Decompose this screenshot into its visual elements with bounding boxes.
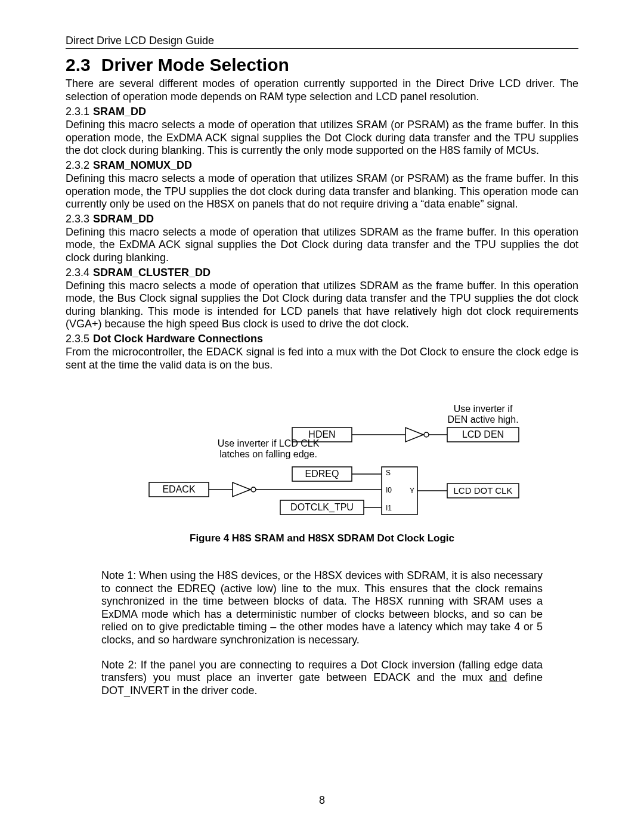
subsection-heading: 2.3.5Dot Clock Hardware Connections: [66, 333, 578, 345]
subsection-number: 2.3.5: [66, 333, 89, 345]
header-rule: [66, 48, 578, 49]
inverter-icon: [405, 428, 423, 442]
subsection-heading: 2.3.2SRAM_NOMUX_DD: [66, 159, 578, 172]
subsection-title: SRAM_DD: [93, 106, 146, 117]
hden-label: HDEN: [308, 429, 335, 439]
subsection-body: Defining this macro selects a mode of op…: [66, 226, 578, 265]
subsection-number: 2.3.3: [66, 213, 89, 225]
subsection-body: From the microcontroller, the EDACK sign…: [66, 346, 578, 371]
edreq-label: EDREQ: [305, 469, 339, 479]
subsection-heading: 2.3.1SRAM_DD: [66, 106, 578, 118]
dot-clock-diagram: Use inverter if DEN active high. Use inv…: [113, 400, 531, 525]
mux-s-label: S: [386, 469, 391, 477]
subsection-body: Defining this macro selects a mode of op…: [66, 119, 578, 157]
document-page: Direct Drive LCD Design Guide 2.3Driver …: [0, 0, 644, 833]
subsection-body: Defining this macro selects a mode of op…: [66, 172, 578, 211]
svg-point-1: [424, 432, 429, 437]
svg-point-4: [251, 487, 256, 492]
section-intro: There are several different modes of ope…: [66, 78, 578, 103]
subsection-body: Defining this macro selects a mode of op…: [66, 280, 578, 331]
subsection-heading: 2.3.4SDRAM_CLUSTER_DD: [66, 267, 578, 279]
annot-den-line1: Use inverter if: [454, 404, 513, 414]
mux-y-label: Y: [410, 487, 414, 495]
annot-clk-line2: latches on falling edge.: [219, 449, 317, 459]
dotclk-label: DOTCLK_TPU: [290, 502, 354, 513]
lcd-den-label: LCD DEN: [462, 429, 504, 439]
notes-block: Note 1: When using the H8S devices, or t…: [101, 569, 543, 697]
section-number: 2.3: [66, 55, 91, 75]
mux-i1-label: I1: [386, 504, 392, 512]
subsection-title: SDRAM_CLUSTER_DD: [93, 267, 210, 278]
inverter-icon: [233, 482, 250, 497]
subsection-number: 2.3.2: [66, 159, 89, 171]
edack-label: EDACK: [162, 484, 195, 494]
subsection-title: SRAM_NOMUX_DD: [93, 159, 192, 171]
note-1: Note 1: When using the H8S devices, or t…: [101, 569, 543, 647]
lcd-dot-clk-label: LCD DOT CLK: [454, 485, 513, 496]
note-2: Note 2: If the panel you are connecting …: [101, 659, 543, 698]
subsection-heading: 2.3.3SDRAM_DD: [66, 213, 578, 225]
page-number: 8: [0, 794, 644, 807]
diagram-figure: Use inverter if DEN active high. Use inv…: [66, 400, 578, 525]
subsection-number: 2.3.1: [66, 106, 89, 117]
subsection-title: Dot Clock Hardware Connections: [93, 333, 263, 345]
section-title: Driver Mode Selection: [101, 55, 289, 75]
running-header: Direct Drive LCD Design Guide: [66, 35, 578, 47]
subsection-number: 2.3.4: [66, 267, 89, 278]
annot-clk-line1: Use inverter if LCD CLK: [218, 438, 320, 448]
note-2a: Note 2: If the panel you are connecting …: [101, 659, 543, 684]
figure-caption: Figure 4 H8S SRAM and H8SX SDRAM Dot Clo…: [66, 532, 578, 544]
annot-den-line2: DEN active high.: [447, 414, 518, 425]
section-heading: 2.3Driver Mode Selection: [66, 55, 578, 75]
mux-i0-label: I0: [386, 486, 392, 494]
subsection-title: SDRAM_DD: [93, 213, 154, 225]
note-2-underline: and: [489, 671, 507, 683]
